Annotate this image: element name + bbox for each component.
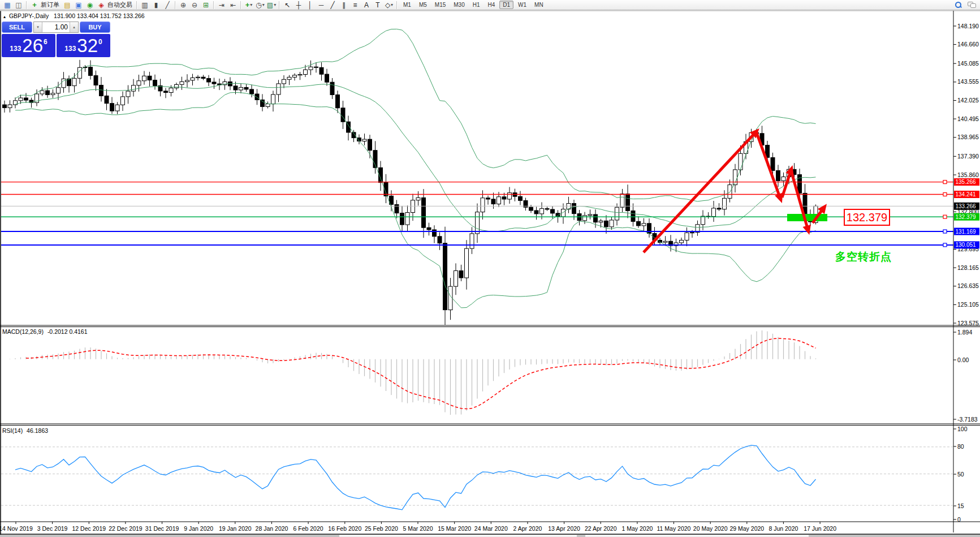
svg-text:130.051: 130.051 xyxy=(956,242,977,248)
market-watch-icon[interactable]: ▤ xyxy=(62,1,73,10)
svg-text:1.894: 1.894 xyxy=(957,329,972,336)
auto-scroll-icon[interactable]: ⇤ xyxy=(227,1,239,10)
svg-text:-3.7183: -3.7183 xyxy=(957,416,978,423)
crosshair-icon[interactable]: ┼ xyxy=(293,1,304,10)
one-click-trading-panel: SELL ▾ ▴ BUY 133 26 6 133 32 0 xyxy=(2,22,110,57)
autotrading-icon-label[interactable]: 自动交易 xyxy=(107,1,132,9)
mt4-window: 148.190146.660145.085143.555142.025140.4… xyxy=(0,0,980,537)
autotrading-icon[interactable]: ◈ xyxy=(96,1,107,10)
timeframe-mn[interactable]: MN xyxy=(531,1,547,9)
bollinger-bands xyxy=(15,29,816,308)
signals-icon[interactable]: ◉ xyxy=(84,1,96,10)
timeframe-w1[interactable]: W1 xyxy=(515,1,530,9)
shapes-icon[interactable]: ◇▾ xyxy=(383,1,395,10)
fibonacci-icon[interactable]: ≡ xyxy=(349,1,361,10)
timeframe-d1[interactable]: D1 xyxy=(499,1,513,9)
svg-text:148.190: 148.190 xyxy=(957,23,979,29)
date-label: 31 Dec 2019 xyxy=(145,525,179,532)
bar-chart-icon[interactable]: ▥ xyxy=(139,1,150,10)
price-callout-132379[interactable]: 132.379 xyxy=(844,209,890,226)
channel-icon[interactable]: ∥ xyxy=(338,1,349,10)
buy-button[interactable]: BUY xyxy=(80,22,110,33)
sell-price-sup: 6 xyxy=(44,38,48,46)
timeframe-m30[interactable]: M30 xyxy=(450,1,468,9)
sell-price-display[interactable]: 133 26 6 xyxy=(2,34,55,57)
cursor-icon[interactable]: ↖ xyxy=(282,1,293,10)
svg-text:15: 15 xyxy=(957,502,964,509)
svg-text:128.165: 128.165 xyxy=(957,264,979,271)
label-icon[interactable]: T xyxy=(372,1,383,10)
volume-decrease-button[interactable]: ▾ xyxy=(34,22,42,32)
date-label: 22 Dec 2019 xyxy=(109,525,143,532)
sell-price-big: 26 xyxy=(22,36,43,56)
symbol-ohlc: 131.900 133.404 131.752 133.266 xyxy=(54,12,145,19)
turning-point-note[interactable]: 多空转折点 xyxy=(835,250,892,264)
symbol-info-bar: ▴ GBPJPY-,Daily 131.900 133.404 131.752 … xyxy=(3,12,145,19)
date-label: 14 Nov 2019 xyxy=(0,525,33,532)
window-left-border xyxy=(0,11,1,537)
chat-icon[interactable] xyxy=(968,2,975,8)
svg-text:0: 0 xyxy=(957,516,961,523)
metaeditor-icon[interactable]: ▣ xyxy=(73,1,84,10)
svg-text:126.635: 126.635 xyxy=(957,282,979,289)
zoom-out-icon[interactable]: ⊖ xyxy=(189,1,200,10)
date-label: 13 Apr 2020 xyxy=(548,525,580,532)
date-label: 20 May 2020 xyxy=(693,525,728,532)
date-label: 16 Feb 2020 xyxy=(328,525,361,532)
timeframe-m5[interactable]: M5 xyxy=(416,1,430,9)
volume-increase-button[interactable]: ▴ xyxy=(70,22,78,32)
buy-price-display[interactable]: 133 32 0 xyxy=(57,34,110,57)
toolbar-right-group xyxy=(955,2,975,8)
vertical-line-icon[interactable]: │ xyxy=(304,1,316,10)
zoom-in-icon[interactable]: ⊕ xyxy=(178,1,189,10)
rsi-value: 46.1863 xyxy=(27,427,48,434)
new-chart-icon[interactable]: ▦ xyxy=(2,1,13,10)
templates-icon[interactable]: ▧▾ xyxy=(266,1,277,10)
sell-price-prefix: 133 xyxy=(10,45,21,53)
svg-text:100: 100 xyxy=(957,426,968,432)
candles-layer xyxy=(3,60,818,326)
svg-text:132.379: 132.379 xyxy=(956,214,977,220)
indicators-icon[interactable]: +▾ xyxy=(243,1,254,10)
svg-text:138.965: 138.965 xyxy=(957,134,979,140)
date-label: 11 May 2020 xyxy=(657,525,691,532)
new-order-icon[interactable]: + xyxy=(29,1,40,10)
timeframe-m1[interactable]: M1 xyxy=(400,1,415,9)
new-order-icon-label[interactable]: 新订单 xyxy=(41,1,59,9)
date-label: 2 Apr 2020 xyxy=(513,525,542,532)
trendline-icon[interactable]: ╱ xyxy=(327,1,338,10)
candle-chart-icon[interactable]: ▮ xyxy=(150,1,162,10)
date-label: 25 Feb 2020 xyxy=(365,525,398,532)
horizontal-line-icon[interactable]: ─ xyxy=(316,1,327,10)
buy-price-big: 32 xyxy=(77,36,98,56)
text-icon[interactable]: A xyxy=(361,1,372,10)
macd-histogram xyxy=(5,330,816,415)
profiles-icon[interactable]: ◫ xyxy=(13,1,24,10)
svg-text:50: 50 xyxy=(957,471,964,478)
timeframe-h1[interactable]: H1 xyxy=(469,1,483,9)
periods-icon[interactable]: ◷▾ xyxy=(254,1,266,10)
search-icon[interactable] xyxy=(955,2,962,8)
tile-windows-icon[interactable]: ⊞ xyxy=(200,1,211,10)
buy-price-prefix: 133 xyxy=(64,45,76,53)
date-label: 3 Dec 2019 xyxy=(37,525,68,532)
volume-input[interactable] xyxy=(42,22,70,32)
highlight-rect[interactable] xyxy=(787,214,827,221)
timeframe-h4[interactable]: H4 xyxy=(485,1,499,9)
date-label: 8 Jun 2020 xyxy=(769,525,798,532)
line-chart-icon[interactable]: ╱ xyxy=(162,1,173,10)
svg-text:134.241: 134.241 xyxy=(956,191,977,197)
chart-canvas[interactable]: 148.190146.660145.085143.555142.025140.4… xyxy=(0,0,980,537)
timeframe-m15[interactable]: M15 xyxy=(431,1,449,9)
date-label: 29 May 2020 xyxy=(729,525,764,532)
svg-text:143.555: 143.555 xyxy=(957,78,979,85)
sell-button[interactable]: SELL xyxy=(2,22,32,33)
svg-text:80: 80 xyxy=(957,443,964,450)
date-label: 9 Jan 2020 xyxy=(184,525,213,532)
toolbar-items: ▦◫+新订单▤▣◉◈自动交易▥▮╱⊕⊖⊞⇥⇤+▾◷▾▧▾↖┼│─╱∥≡AT◇▾M… xyxy=(2,1,547,10)
chart-shift-icon[interactable]: ⇥ xyxy=(216,1,227,10)
symbol-title: GBPJPY-,Daily xyxy=(9,12,49,19)
collapse-marker-icon[interactable]: ▴ xyxy=(3,14,6,19)
svg-text:133.266: 133.266 xyxy=(956,203,977,209)
date-label: 19 Jan 2020 xyxy=(219,525,252,532)
